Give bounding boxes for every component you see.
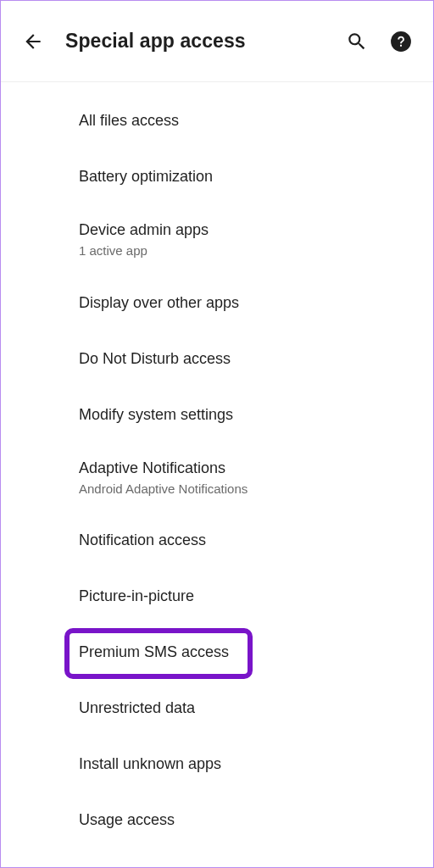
item-usage-access[interactable]: Usage access — [1, 793, 433, 849]
list-item-label: Picture-in-picture — [79, 586, 433, 606]
item-adaptive-notifications[interactable]: Adaptive Notifications Android Adaptive … — [1, 442, 433, 513]
search-icon — [346, 31, 368, 53]
app-bar: Special app access — [1, 1, 433, 82]
list-item-label: All files access — [79, 110, 433, 131]
item-modify-system-settings[interactable]: Modify system settings — [1, 387, 433, 442]
list-item-label: Modify system settings — [79, 404, 433, 425]
search-button[interactable] — [340, 25, 374, 58]
list-item-label: Unrestricted data — [79, 698, 433, 718]
settings-list: All files access Battery optimization De… — [1, 82, 433, 849]
help-button[interactable] — [384, 25, 418, 58]
list-item-label: Display over other apps — [79, 292, 433, 313]
list-item-sublabel: 1 active app — [79, 242, 433, 259]
item-battery-optimization[interactable]: Battery optimization — [1, 148, 433, 204]
item-premium-sms-access[interactable]: Premium SMS access — [1, 625, 433, 681]
item-unrestricted-data[interactable]: Unrestricted data — [1, 681, 433, 737]
item-do-not-disturb-access[interactable]: Do Not Disturb access — [1, 331, 433, 387]
back-button[interactable] — [16, 25, 50, 58]
list-item-label: Premium SMS access — [79, 642, 433, 662]
help-icon — [390, 31, 412, 53]
item-notification-access[interactable]: Notification access — [1, 513, 433, 569]
item-display-over-other-apps[interactable]: Display over other apps — [1, 275, 433, 331]
list-item-label: Device admin apps — [79, 220, 433, 240]
item-picture-in-picture[interactable]: Picture-in-picture — [1, 569, 433, 625]
list-item-label: Notification access — [79, 530, 433, 550]
list-item-label: Battery optimization — [79, 166, 433, 186]
list-item-sublabel: Android Adaptive Notifications — [79, 481, 433, 498]
app-frame: Special app access All files access Batt… — [0, 0, 434, 868]
item-install-unknown-apps[interactable]: Install unknown apps — [1, 737, 433, 793]
item-device-admin-apps[interactable]: Device admin apps 1 active app — [1, 204, 433, 275]
back-arrow-icon — [22, 31, 44, 53]
page-title: Special app access — [65, 30, 340, 53]
list-item-label: Do Not Disturb access — [79, 348, 433, 369]
list-item-label: Install unknown apps — [79, 754, 433, 774]
list-item-label: Adaptive Notifications — [79, 458, 433, 478]
item-all-files-access[interactable]: All files access — [1, 92, 433, 148]
list-item-label: Usage access — [79, 810, 433, 830]
